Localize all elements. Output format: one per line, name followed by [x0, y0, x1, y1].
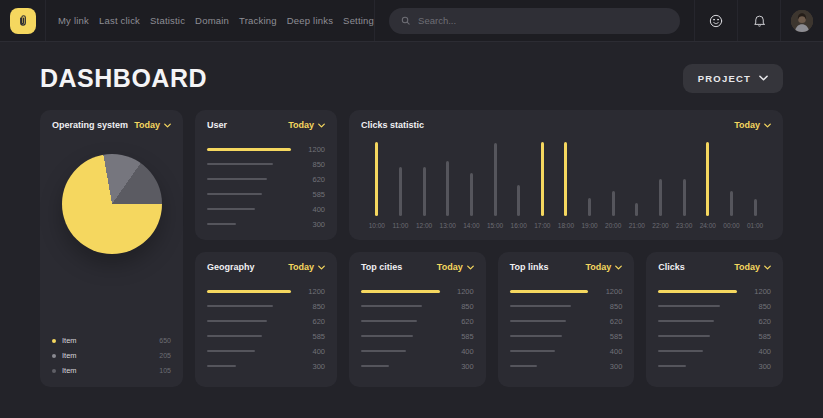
hbar-chart: 1200 850 620 — [207, 289, 325, 368]
time-label: 01:00 — [747, 222, 763, 230]
period-dropdown[interactable]: Today — [288, 120, 325, 130]
nav-item[interactable]: Tracking — [239, 15, 277, 26]
nav-item[interactable]: Setting — [343, 15, 374, 26]
chevron-down-icon — [467, 265, 474, 270]
vbar-col: 23:00 — [672, 142, 696, 230]
hbar-row: 620 — [361, 319, 474, 323]
vbar — [706, 142, 709, 216]
nav-item[interactable]: Statistic — [150, 15, 185, 26]
search-input[interactable] — [418, 15, 669, 26]
time-label: 19:00 — [581, 222, 597, 230]
hbar — [658, 305, 719, 307]
hbar-row: 850 — [658, 304, 771, 308]
hbar-value: 1200 — [596, 287, 622, 296]
hbar-value: 585 — [596, 332, 622, 341]
period-label: Today — [288, 120, 314, 130]
time-label: 23:00 — [676, 222, 692, 230]
period-dropdown[interactable]: Today — [734, 120, 771, 130]
vbar — [730, 191, 733, 216]
vbar — [564, 142, 567, 216]
hbar — [658, 290, 737, 293]
period-dropdown[interactable]: Today — [734, 262, 771, 272]
hbar-row: 1200 — [510, 289, 623, 293]
hbar-row: 620 — [207, 319, 325, 323]
time-label: 20:00 — [605, 222, 621, 230]
chevron-down-icon — [759, 75, 768, 81]
card-title: Geography — [207, 262, 255, 272]
vbar — [541, 142, 544, 216]
row-bottom: Geography Today 1200 — [195, 252, 783, 387]
vbar-col: 18:00 — [554, 142, 578, 230]
dashboard-grid: Operating system Today Item 650 Item — [40, 110, 783, 387]
avatar-button[interactable] — [780, 0, 823, 41]
hbar — [207, 305, 273, 307]
nav-item[interactable]: Deep links — [287, 15, 333, 26]
hbar-chart: 1200 850 620 — [658, 289, 771, 368]
hbar-value: 300 — [299, 220, 325, 229]
notifications-button[interactable] — [737, 0, 780, 41]
card-title: Clicks — [658, 262, 685, 272]
search-bar[interactable] — [389, 8, 680, 34]
time-label: 18:00 — [558, 222, 574, 230]
legend-label: Item — [62, 336, 153, 345]
logo-cell — [0, 0, 46, 41]
period-dropdown[interactable]: Today — [437, 262, 474, 272]
hbar-row: 850 — [207, 304, 325, 308]
user-avatar — [791, 10, 813, 32]
hbar-value: 1200 — [299, 145, 325, 154]
hbar-row: 850 — [207, 162, 325, 166]
hbar-row: 585 — [658, 334, 771, 338]
emoji-button[interactable] — [694, 0, 737, 41]
nav-item[interactable]: My link — [58, 15, 89, 26]
time-label: 12:00 — [416, 222, 432, 230]
hbar-row: 1200 — [658, 289, 771, 293]
hbar-row: 300 — [658, 364, 771, 368]
project-dropdown-button[interactable]: PROJECT — [683, 64, 783, 93]
hbar-value: 850 — [596, 302, 622, 311]
card-title: Operating system — [52, 120, 128, 130]
hbar — [207, 223, 236, 225]
card-user: User Today 1200 — [195, 110, 337, 240]
project-dropdown-label: PROJECT — [698, 73, 751, 84]
hbar-row: 1200 — [361, 289, 474, 293]
period-dropdown[interactable]: Today — [288, 262, 325, 272]
hbar-row: 585 — [361, 334, 474, 338]
page-header: DASHBOARD PROJECT — [40, 60, 783, 96]
card-operating-system: Operating system Today Item 650 Item — [40, 110, 183, 387]
hbar-value: 1200 — [745, 287, 771, 296]
time-label: 24:00 — [700, 222, 716, 230]
app-logo[interactable] — [10, 8, 36, 34]
period-dropdown[interactable]: Today — [134, 120, 171, 130]
nav-item[interactable]: Domain — [195, 15, 229, 26]
vbar-col: 12:00 — [412, 142, 436, 230]
legend-label: Item — [62, 351, 153, 360]
time-label: 16:00 — [511, 222, 527, 230]
hbar-value: 300 — [596, 362, 622, 371]
vbar-col: 22:00 — [649, 142, 673, 230]
page-title: DASHBOARD — [40, 64, 207, 93]
legend-item: Item 650 — [52, 336, 171, 345]
legend-value: 650 — [159, 337, 171, 344]
period-label: Today — [288, 262, 314, 272]
legend-dot — [52, 354, 56, 358]
nav-item[interactable]: Last click — [99, 15, 140, 26]
time-label: 22:00 — [652, 222, 668, 230]
time-label: 14:00 — [463, 222, 479, 230]
hbar — [658, 320, 714, 322]
hbar — [207, 208, 255, 210]
hbar — [207, 178, 267, 180]
legend-value: 205 — [159, 352, 171, 359]
period-dropdown[interactable]: Today — [586, 262, 623, 272]
vbar-col: 11:00 — [389, 142, 413, 230]
legend-dot — [52, 339, 56, 343]
hbar-row: 300 — [510, 364, 623, 368]
hbar-chart: 1200 850 620 — [207, 147, 325, 226]
hbar-row: 1200 — [207, 147, 325, 151]
period-label: Today — [734, 262, 760, 272]
time-label: 13:00 — [440, 222, 456, 230]
hbar-value: 400 — [299, 205, 325, 214]
vbar-col: 21:00 — [625, 142, 649, 230]
legend-dot — [52, 369, 56, 373]
vbar-col: 13:00 — [436, 142, 460, 230]
hbar — [510, 365, 538, 367]
